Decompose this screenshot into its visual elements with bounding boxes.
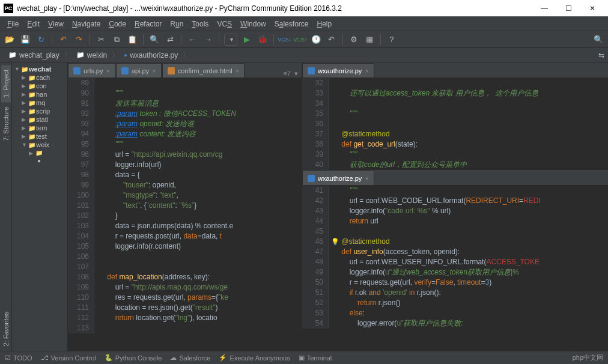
code-line[interactable]: 99 "touser": openid,	[68, 180, 302, 190]
code-line[interactable]: 43 logger.info("code url: %s" % url)	[302, 206, 608, 216]
code-line[interactable]: 112 return location.get("lng"), locatio	[68, 313, 302, 323]
intention-bulb-icon[interactable]: 💡	[331, 237, 339, 247]
menu-view[interactable]: View	[44, 19, 67, 29]
status-salesforce[interactable]: ☁ Salesforce	[170, 354, 210, 362]
help-icon[interactable]: ?	[386, 34, 398, 46]
project-structure-icon[interactable]: ▦	[363, 34, 375, 46]
code-line[interactable]: 96 url = "https://api.weixin.qq.com/cg	[68, 150, 302, 160]
code-line[interactable]: 53 else:	[302, 308, 608, 318]
tab-project[interactable]: 1: Project	[1, 65, 11, 102]
code-line[interactable]: 111 location = res.json().get("result")	[68, 303, 302, 313]
code-line[interactable]: 32	[302, 78, 608, 88]
code-line[interactable]: 48 url = conf.WEB_USER_INFO_URL.format(A…	[302, 257, 608, 267]
forward-icon[interactable]: →	[202, 34, 214, 46]
menu-navigate[interactable]: Navigate	[68, 19, 104, 29]
close-button[interactable]: ✕	[580, 0, 604, 17]
code-line[interactable]: 41 """	[302, 186, 608, 196]
code-line[interactable]: 95 """	[68, 139, 302, 150]
code-line[interactable]: 33 还可以通过access_token 来获取 用户信息， 这个用户信息	[302, 88, 608, 99]
breadcrumb-item[interactable]: wechat_play	[4, 50, 64, 61]
status-todo[interactable]: ☑ TODO	[5, 354, 32, 362]
search-everywhere-icon[interactable]: 🔍	[592, 34, 604, 46]
code-line[interactable]: 94 :param content: 发送内容	[68, 129, 302, 139]
tree-item[interactable]: ▶📁stati	[12, 115, 67, 124]
code-line[interactable]: 46 @staticmethod💡	[302, 237, 608, 247]
open-icon[interactable]: 📂	[4, 34, 16, 46]
tree-item[interactable]: ▶📁cach	[12, 73, 67, 82]
settings-icon[interactable]: ⚙	[348, 34, 360, 46]
tab-favorites[interactable]: 2: Favorites	[1, 307, 11, 351]
code-line[interactable]: 91 发送客服消息	[68, 99, 302, 109]
code-line[interactable]: 100 "msgtype": "text",	[68, 190, 302, 201]
find-icon[interactable]: 🔍	[148, 34, 160, 46]
code-line[interactable]: 105 logger.info(r.content)	[68, 241, 302, 252]
vcs-commit-icon[interactable]: VCS↑	[294, 34, 306, 46]
code-line[interactable]: 45	[302, 226, 608, 237]
editor-tab[interactable]: wxauthorize.py×	[302, 171, 374, 185]
code-line[interactable]: 108 def map_location(address, key):	[68, 272, 302, 282]
close-tab-icon[interactable]: ×	[152, 67, 156, 74]
code-line[interactable]: 93 :param openid: 发送给谁	[68, 119, 302, 129]
tree-item[interactable]: ▶📁tem	[12, 124, 67, 132]
code-line[interactable]: 103 data = json.dumps(data) % content.e	[68, 221, 302, 231]
code-line[interactable]: 113	[68, 323, 302, 333]
breadcrumb-item[interactable]: wxauthorize.py	[119, 50, 183, 61]
code-line[interactable]: 54 logger.error(u"获取用户信息失败:	[302, 318, 608, 329]
status-execute-anon[interactable]: ⚡ Execute Anonymous	[219, 354, 290, 362]
editor-tab[interactable]: api.py×	[116, 63, 162, 77]
more-tabs-icon[interactable]: ▾	[294, 70, 298, 77]
cut-icon[interactable]: ✂	[95, 34, 107, 46]
code-line[interactable]: 39 """	[302, 150, 608, 160]
menu-salesforce[interactable]: Salesforce	[271, 19, 312, 29]
menu-window[interactable]: Window	[237, 19, 270, 29]
undo-icon[interactable]: ↶	[57, 34, 69, 46]
code-line[interactable]: 98 data = {	[68, 170, 302, 180]
code-editor-left[interactable]: 8990 """91 发送客服消息92 :param token : 微信ACC…	[68, 78, 302, 351]
save-icon[interactable]: 💾	[19, 34, 31, 46]
code-line[interactable]: 102 }	[68, 211, 302, 221]
tree-item[interactable]: ▶📁han	[12, 90, 67, 99]
vcs-revert-icon[interactable]: ↶	[326, 34, 338, 46]
menu-run[interactable]: Run	[166, 19, 187, 29]
redo-icon[interactable]: ↷	[73, 34, 85, 46]
code-line[interactable]: 109 url = "http://apis.map.qq.com/ws/ge	[68, 282, 302, 293]
tree-item[interactable]: ▶📁test	[12, 132, 67, 141]
code-line[interactable]: 35 """	[302, 109, 608, 119]
editor-tab[interactable]: wxauthorize.py×	[302, 63, 374, 77]
code-line[interactable]: 90 """	[68, 88, 302, 99]
menu-vcs[interactable]: VCS	[213, 19, 236, 29]
code-line[interactable]: 34	[302, 99, 608, 109]
tab-structure[interactable]: 7: Structure	[1, 102, 11, 146]
editor-tab[interactable]: confirm_order.html×	[162, 63, 245, 77]
code-line[interactable]: 40 获取code的url，配置到公众号菜单中	[302, 160, 608, 170]
project-tree[interactable]: ▼📁wechat▶📁cach▶📁con▶📁han▶📁mq▶📁scrip▶📁sta…	[12, 62, 68, 351]
vcs-update-icon[interactable]: VCS↓	[279, 34, 291, 46]
status-vcs[interactable]: ⎇ Version Control	[41, 354, 96, 362]
copy-icon[interactable]: ⧉	[111, 34, 123, 46]
tree-item[interactable]: ▶📁scrip	[12, 107, 67, 115]
close-tab-icon[interactable]: ×	[106, 67, 109, 74]
paste-icon[interactable]: 📋	[126, 34, 138, 46]
code-line[interactable]: 38 def get_code_url(state):	[302, 139, 608, 150]
status-terminal[interactable]: ▣ Terminal	[299, 354, 332, 362]
tree-item[interactable]: ●	[12, 157, 67, 165]
code-line[interactable]: 49 logger.info(u"通过web_access_token获取用户信…	[302, 267, 608, 278]
menu-help[interactable]: Help	[313, 19, 335, 29]
menu-tools[interactable]: Tools	[188, 19, 212, 29]
menu-refactor[interactable]: Refactor	[131, 19, 165, 29]
code-line[interactable]: 44 return url	[302, 216, 608, 226]
code-line[interactable]: 110 res = requests.get(url, params={"ke	[68, 293, 302, 303]
maximize-button[interactable]: ☐	[556, 0, 580, 17]
menu-file[interactable]: File	[4, 19, 22, 29]
code-line[interactable]: 92 :param token : 微信ACCESS_TOKEN	[68, 109, 302, 119]
vcs-history-icon[interactable]: 🕐	[310, 34, 322, 46]
debug-icon[interactable]: 🐞	[257, 34, 269, 46]
split-icon[interactable]: ≡7	[283, 70, 291, 77]
code-line[interactable]: 52 return r.json()	[302, 298, 608, 308]
refresh-icon[interactable]: ↻	[35, 34, 47, 46]
code-line[interactable]: 36	[302, 119, 608, 129]
close-tab-icon[interactable]: ×	[365, 67, 368, 74]
breadcrumb-item[interactable]: weixin	[71, 50, 112, 61]
close-tab-icon[interactable]: ×	[236, 67, 239, 74]
code-line[interactable]: 97 logger.info(url)	[68, 160, 302, 170]
